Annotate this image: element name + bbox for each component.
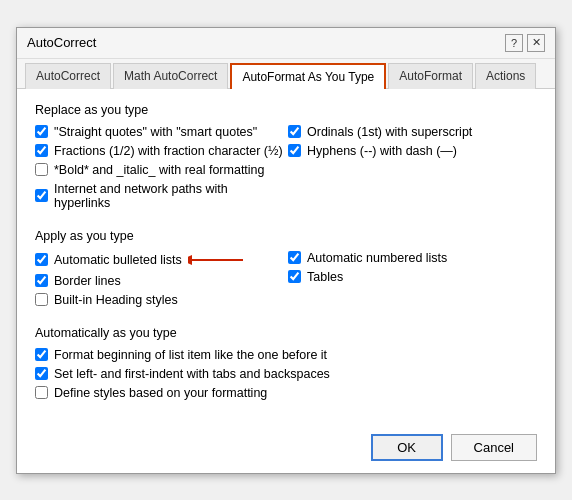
checkbox-tables[interactable] (288, 270, 301, 283)
label-set-indent: Set left- and first-indent with tabs and… (54, 367, 330, 381)
checkbox-auto-bulleted[interactable] (35, 253, 48, 266)
checkbox-auto-numbered[interactable] (288, 251, 301, 264)
tab-bar: AutoCorrect Math AutoCorrect AutoFormat … (17, 59, 555, 89)
title-bar-buttons: ? ✕ (505, 34, 545, 52)
section-automatically-title: Automatically as you type (35, 326, 537, 340)
replace-item-bold-italic: *Bold* and _italic_ with real formatting (35, 163, 284, 177)
label-auto-bulleted: Automatic bulleted lists (54, 253, 182, 267)
section-automatically-as-you-type: Automatically as you type Format beginni… (35, 326, 537, 400)
help-button[interactable]: ? (505, 34, 523, 52)
replace-item-hyphens: Hyphens (--) with dash (—) (288, 144, 537, 158)
apply-item-heading-styles: Built-in Heading styles (35, 293, 284, 307)
replace-left-col: "Straight quotes" with "smart quotes" Fr… (35, 125, 284, 215)
apply-item-auto-bulleted: Automatic bulleted lists (35, 251, 284, 269)
dialog-title: AutoCorrect (27, 35, 96, 50)
checkbox-set-indent[interactable] (35, 367, 48, 380)
replace-item-internet-paths: Internet and network paths with hyperlin… (35, 182, 284, 210)
section-apply-title: Apply as you type (35, 229, 537, 243)
close-button[interactable]: ✕ (527, 34, 545, 52)
tab-autoformat[interactable]: AutoFormat (388, 63, 473, 89)
label-border-lines: Border lines (54, 274, 121, 288)
tab-autocorrect[interactable]: AutoCorrect (25, 63, 111, 89)
tab-autoformat-as-you-type[interactable]: AutoFormat As You Type (230, 63, 386, 89)
dialog: AutoCorrect ? ✕ AutoCorrect Math AutoCor… (16, 27, 556, 474)
label-tables: Tables (307, 270, 343, 284)
auto-item-set-indent: Set left- and first-indent with tabs and… (35, 367, 537, 381)
section-replace-as-you-type: Replace as you type "Straight quotes" wi… (35, 103, 537, 215)
checkbox-ordinals[interactable] (288, 125, 301, 138)
checkbox-internet-paths[interactable] (35, 189, 48, 202)
label-heading-styles: Built-in Heading styles (54, 293, 178, 307)
label-define-styles: Define styles based on your formatting (54, 386, 267, 400)
ok-button[interactable]: OK (371, 434, 443, 461)
auto-item-define-styles: Define styles based on your formatting (35, 386, 537, 400)
replace-item-fractions: Fractions (1/2) with fraction character … (35, 144, 284, 158)
red-arrow-icon (188, 251, 246, 269)
checkbox-border-lines[interactable] (35, 274, 48, 287)
tab-actions[interactable]: Actions (475, 63, 536, 89)
label-smart-quotes: "Straight quotes" with "smart quotes" (54, 125, 257, 139)
dialog-footer: OK Cancel (17, 424, 555, 473)
apply-right-col: Automatic numbered lists Tables (288, 251, 537, 312)
tab-math-autocorrect[interactable]: Math AutoCorrect (113, 63, 228, 89)
checkbox-smart-quotes[interactable] (35, 125, 48, 138)
label-hyphens: Hyphens (--) with dash (—) (307, 144, 457, 158)
cancel-button[interactable]: Cancel (451, 434, 537, 461)
checkbox-define-styles[interactable] (35, 386, 48, 399)
replace-item-smart-quotes: "Straight quotes" with "smart quotes" (35, 125, 284, 139)
checkbox-heading-styles[interactable] (35, 293, 48, 306)
title-bar: AutoCorrect ? ✕ (17, 28, 555, 59)
replace-item-ordinals: Ordinals (1st) with superscript (288, 125, 537, 139)
label-ordinals: Ordinals (1st) with superscript (307, 125, 472, 139)
checkbox-fractions[interactable] (35, 144, 48, 157)
apply-item-auto-numbered: Automatic numbered lists (288, 251, 537, 265)
section-replace-title: Replace as you type (35, 103, 537, 117)
apply-item-border-lines: Border lines (35, 274, 284, 288)
label-bold-italic: *Bold* and _italic_ with real formatting (54, 163, 265, 177)
auto-item-format-beginning: Format beginning of list item like the o… (35, 348, 537, 362)
label-fractions: Fractions (1/2) with fraction character … (54, 144, 283, 158)
checkbox-format-beginning[interactable] (35, 348, 48, 361)
checkbox-hyphens[interactable] (288, 144, 301, 157)
label-auto-numbered: Automatic numbered lists (307, 251, 447, 265)
section-apply-as-you-type: Apply as you type Automatic bulleted lis… (35, 229, 537, 312)
checkbox-bold-italic[interactable] (35, 163, 48, 176)
label-format-beginning: Format beginning of list item like the o… (54, 348, 327, 362)
replace-right-col: Ordinals (1st) with superscript Hyphens … (288, 125, 537, 215)
label-internet-paths: Internet and network paths with hyperlin… (54, 182, 284, 210)
apply-left-col: Automatic bulleted lists (35, 251, 284, 312)
apply-item-tables: Tables (288, 270, 537, 284)
dialog-content: Replace as you type "Straight quotes" wi… (17, 89, 555, 424)
